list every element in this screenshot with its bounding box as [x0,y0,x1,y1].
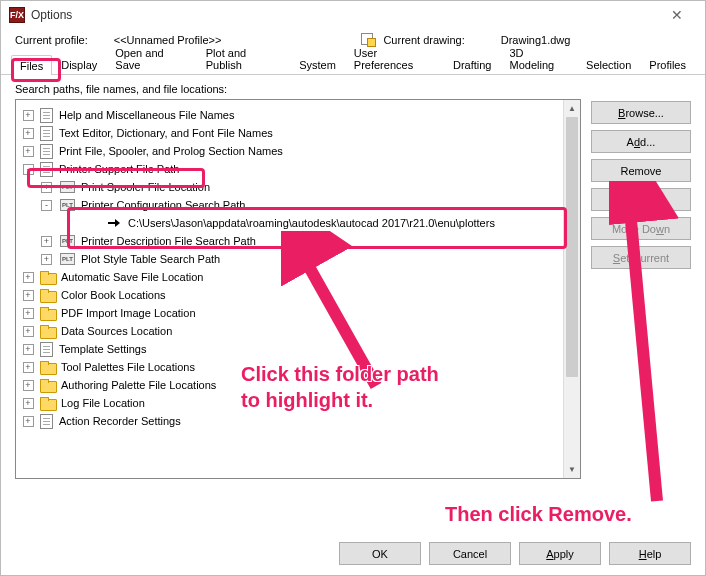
tree-item[interactable]: +Automatic Save File Location [20,268,580,286]
move-up-button: Move Up [591,188,691,211]
remove-button[interactable]: Remove [591,159,691,182]
browse-button[interactable]: Browse... [591,101,691,124]
window-title: Options [31,8,657,22]
tree-item-label: Automatic Save File Location [61,271,203,283]
tree-item-label: Help and Miscellaneous File Names [59,109,234,121]
tab-3d-modeling[interactable]: 3D Modeling [501,42,578,74]
current-profile-label: Current profile: [15,34,88,46]
tree-item[interactable]: +Authoring Palette File Locations [20,376,580,394]
tree-item[interactable]: +Text Editor, Dictionary, and Font File … [20,124,580,142]
tab-open-and-save[interactable]: Open and Save [106,42,196,74]
expand-icon[interactable]: + [23,326,34,337]
expand-icon[interactable]: + [23,308,34,319]
tree-item[interactable]: -Printer Support File Path [20,160,580,178]
scroll-up-icon[interactable]: ▲ [564,100,580,117]
expand-icon[interactable]: + [23,344,34,355]
document-icon [40,108,53,123]
expand-icon[interactable]: + [23,272,34,283]
tab-user-preferences[interactable]: User Preferences [345,42,444,74]
expand-icon[interactable]: + [23,380,34,391]
tab-drafting[interactable]: Drafting [444,54,501,74]
tree-item-label: Action Recorder Settings [59,415,181,427]
expand-icon[interactable]: + [23,146,34,157]
tree-item[interactable]: -PLTPrinter Configuration Search Path [20,196,580,214]
expand-icon[interactable]: + [23,362,34,373]
folder-icon [40,361,55,373]
tree-item-label: C:\Users\Jason\appdata\roaming\autodesk\… [128,217,495,229]
expand-icon[interactable]: + [23,128,34,139]
tree-item-label: PDF Import Image Location [61,307,196,319]
tree-item[interactable]: +PDF Import Image Location [20,304,580,322]
cancel-button[interactable]: Cancel [429,542,511,565]
tab-plot-and-publish[interactable]: Plot and Publish [197,42,290,74]
document-icon [40,162,53,177]
set-current-button: Set Current [591,246,691,269]
ok-button[interactable]: OK [339,542,421,565]
plotter-icon: PLT [60,199,75,211]
tree-item[interactable]: +Help and Miscellaneous File Names [20,106,580,124]
close-icon[interactable]: ✕ [657,1,697,29]
tree-item[interactable]: +PLTPrinter Description File Search Path [20,232,580,250]
tree-item-label: Template Settings [59,343,146,355]
dialog-buttons: OK Cancel Apply Help [339,542,691,565]
tree-item[interactable]: C:\Users\Jason\appdata\roaming\autodesk\… [20,214,580,232]
tab-files[interactable]: Files [11,55,52,75]
options-dialog: F/X Options ✕ Current profile: <<Unnamed… [0,0,706,576]
tree-item-label: Plot Style Table Search Path [81,253,220,265]
tree-view[interactable]: +Help and Miscellaneous File Names+Text … [15,99,581,479]
help-button[interactable]: Help [609,542,691,565]
move-down-button: Move Down [591,217,691,240]
tree-item-label: Color Book Locations [61,289,166,301]
tree-item-label: Tool Palettes File Locations [61,361,195,373]
side-buttons: Browse... Add... Remove Move Up Move Dow… [591,99,691,479]
plotter-icon: PLT [60,235,75,247]
tab-system[interactable]: System [290,54,345,74]
tree-item-label: Print Spooler File Location [81,181,210,193]
expand-icon[interactable]: + [23,416,34,427]
document-icon [40,144,53,159]
expand-icon[interactable]: + [41,254,52,265]
scroll-down-icon[interactable]: ▼ [564,461,580,478]
tab-bar: Files Display Open and Save Plot and Pub… [1,53,705,75]
tree-item[interactable]: +Template Settings [20,340,580,358]
tree-item-label: Log File Location [61,397,145,409]
folder-icon [40,325,55,337]
tree-item[interactable]: +Action Recorder Settings [20,412,580,430]
expand-icon[interactable]: + [23,290,34,301]
collapse-icon[interactable]: - [41,200,52,211]
plotter-icon: PLT [60,253,75,265]
tree-item[interactable]: +Log File Location [20,394,580,412]
expand-icon[interactable]: + [23,110,34,121]
folder-icon [40,379,55,391]
apply-button[interactable]: Apply [519,542,601,565]
app-icon: F/X [9,7,25,23]
tree-item-label: Data Sources Location [61,325,172,337]
tab-display[interactable]: Display [52,54,106,74]
expand-icon[interactable]: + [23,398,34,409]
tree-item[interactable]: +Tool Palettes File Locations [20,358,580,376]
tree-item[interactable]: +Data Sources Location [20,322,580,340]
tab-content: Search paths, file names, and file locat… [1,75,705,487]
annotation-text-click-remove: Then click Remove. [445,501,632,527]
collapse-icon[interactable]: - [23,164,34,175]
tree-item[interactable]: +PLTPrint Spooler File Location [20,178,580,196]
path-arrow-icon [108,218,122,228]
tree-item[interactable]: +Color Book Locations [20,286,580,304]
search-paths-label: Search paths, file names, and file locat… [15,83,691,95]
scroll-thumb[interactable] [566,117,578,377]
expand-icon[interactable]: + [41,182,52,193]
folder-icon [40,289,55,301]
tree-item[interactable]: +Print File, Spooler, and Prolog Section… [20,142,580,160]
scrollbar[interactable]: ▲ ▼ [563,100,580,478]
folder-icon [40,307,55,319]
tree-item-label: Text Editor, Dictionary, and Font File N… [59,127,273,139]
document-icon [40,414,53,429]
tree-item[interactable]: +PLTPlot Style Table Search Path [20,250,580,268]
plotter-icon: PLT [60,181,75,193]
tab-profiles[interactable]: Profiles [640,54,695,74]
document-icon [40,342,53,357]
tree-item-label: Printer Configuration Search Path [81,199,245,211]
expand-icon[interactable]: + [41,236,52,247]
tab-selection[interactable]: Selection [577,54,640,74]
add-button[interactable]: Add... [591,130,691,153]
